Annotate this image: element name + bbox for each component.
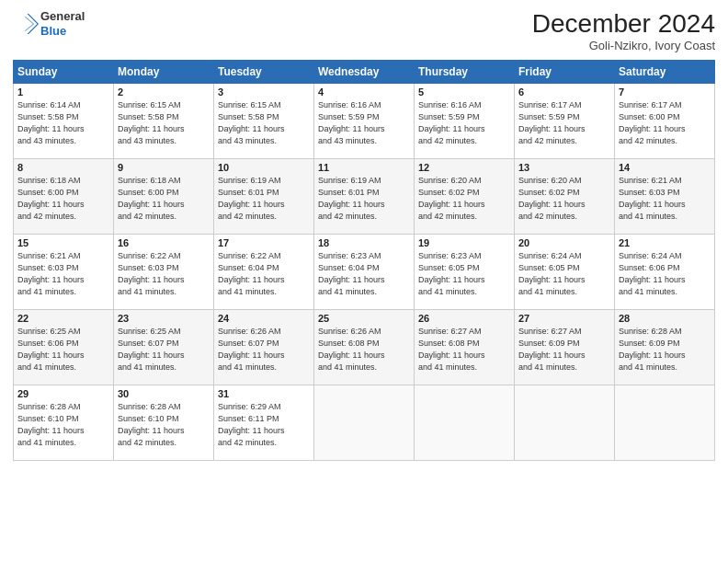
logo-text: General Blue: [40, 9, 85, 38]
day-number: 31: [218, 388, 310, 399]
day-number: 30: [118, 388, 210, 399]
day-info: Sunrise: 6:19 AM Sunset: 6:01 PM Dayligh…: [318, 175, 410, 223]
day-number: 22: [17, 313, 109, 324]
week-row-1: 1Sunrise: 6:14 AM Sunset: 5:58 PM Daylig…: [14, 84, 715, 159]
day-cell-30: 30Sunrise: 6:28 AM Sunset: 6:10 PM Dayli…: [114, 385, 214, 461]
day-number: 27: [518, 313, 610, 324]
day-number: 5: [418, 86, 510, 98]
empty-cell: [515, 385, 615, 461]
day-info: Sunrise: 6:21 AM Sunset: 6:03 PM Dayligh…: [17, 250, 109, 298]
day-info: Sunrise: 6:28 AM Sunset: 6:09 PM Dayligh…: [619, 326, 711, 373]
day-info: Sunrise: 6:23 AM Sunset: 6:05 PM Dayligh…: [418, 250, 510, 298]
title-block: December 2024 Goli-Nzikro, Ivory Coast: [532, 9, 715, 52]
header-saturday: Saturday: [615, 61, 715, 84]
day-info: Sunrise: 6:17 AM Sunset: 6:00 PM Dayligh…: [619, 99, 711, 147]
day-cell-22: 22Sunrise: 6:25 AM Sunset: 6:06 PM Dayli…: [14, 310, 114, 385]
day-number: 8: [17, 162, 109, 173]
day-number: 6: [518, 86, 610, 98]
day-number: 17: [218, 237, 310, 248]
location: Goli-Nzikro, Ivory Coast: [532, 39, 715, 52]
day-info: Sunrise: 6:26 AM Sunset: 6:07 PM Dayligh…: [218, 326, 310, 373]
day-number: 25: [318, 313, 410, 324]
day-info: Sunrise: 6:25 AM Sunset: 6:07 PM Dayligh…: [118, 326, 210, 373]
header-friday: Friday: [515, 61, 615, 84]
day-cell-4: 4Sunrise: 6:16 AM Sunset: 5:59 PM Daylig…: [314, 84, 415, 159]
day-cell-28: 28Sunrise: 6:28 AM Sunset: 6:09 PM Dayli…: [615, 310, 715, 385]
day-number: 13: [518, 162, 610, 173]
day-cell-16: 16Sunrise: 6:22 AM Sunset: 6:03 PM Dayli…: [114, 235, 214, 310]
day-info: Sunrise: 6:22 AM Sunset: 6:03 PM Dayligh…: [118, 250, 210, 298]
day-cell-21: 21Sunrise: 6:24 AM Sunset: 6:06 PM Dayli…: [615, 235, 715, 310]
day-cell-13: 13Sunrise: 6:20 AM Sunset: 6:02 PM Dayli…: [515, 159, 615, 235]
day-number: 18: [318, 237, 410, 248]
empty-cell: [615, 385, 715, 461]
day-number: 3: [218, 86, 310, 98]
day-number: 12: [418, 162, 510, 173]
day-cell-29: 29Sunrise: 6:28 AM Sunset: 6:10 PM Dayli…: [14, 385, 114, 461]
day-cell-17: 17Sunrise: 6:22 AM Sunset: 6:04 PM Dayli…: [214, 235, 314, 310]
day-info: Sunrise: 6:19 AM Sunset: 6:01 PM Dayligh…: [218, 175, 310, 223]
day-cell-24: 24Sunrise: 6:26 AM Sunset: 6:07 PM Dayli…: [214, 310, 314, 385]
header: General Blue December 2024 Goli-Nzikro, …: [13, 9, 715, 52]
day-info: Sunrise: 6:24 AM Sunset: 6:06 PM Dayligh…: [619, 250, 711, 298]
day-cell-14: 14Sunrise: 6:21 AM Sunset: 6:03 PM Dayli…: [615, 159, 715, 235]
day-info: Sunrise: 6:22 AM Sunset: 6:04 PM Dayligh…: [218, 250, 310, 298]
day-cell-5: 5Sunrise: 6:16 AM Sunset: 5:59 PM Daylig…: [415, 84, 515, 159]
day-info: Sunrise: 6:23 AM Sunset: 6:04 PM Dayligh…: [318, 250, 410, 298]
day-cell-19: 19Sunrise: 6:23 AM Sunset: 6:05 PM Dayli…: [415, 235, 515, 310]
week-row-5: 29Sunrise: 6:28 AM Sunset: 6:10 PM Dayli…: [14, 385, 715, 461]
day-cell-26: 26Sunrise: 6:27 AM Sunset: 6:08 PM Dayli…: [415, 310, 515, 385]
empty-cell: [314, 385, 415, 461]
day-info: Sunrise: 6:20 AM Sunset: 6:02 PM Dayligh…: [418, 175, 510, 223]
week-row-4: 22Sunrise: 6:25 AM Sunset: 6:06 PM Dayli…: [14, 310, 715, 385]
day-info: Sunrise: 6:29 AM Sunset: 6:11 PM Dayligh…: [218, 401, 310, 449]
header-wednesday: Wednesday: [314, 61, 415, 84]
day-info: Sunrise: 6:27 AM Sunset: 6:09 PM Dayligh…: [518, 326, 610, 373]
day-number: 28: [619, 313, 711, 324]
day-number: 26: [418, 313, 510, 324]
day-info: Sunrise: 6:16 AM Sunset: 5:59 PM Dayligh…: [318, 99, 410, 147]
day-cell-7: 7Sunrise: 6:17 AM Sunset: 6:00 PM Daylig…: [615, 84, 715, 159]
day-info: Sunrise: 6:16 AM Sunset: 5:59 PM Dayligh…: [418, 99, 510, 147]
day-number: 2: [118, 86, 210, 98]
logo-icon: [13, 11, 39, 37]
day-cell-15: 15Sunrise: 6:21 AM Sunset: 6:03 PM Dayli…: [14, 235, 114, 310]
day-number: 24: [218, 313, 310, 324]
header-sunday: Sunday: [14, 61, 114, 84]
day-info: Sunrise: 6:20 AM Sunset: 6:02 PM Dayligh…: [518, 175, 610, 223]
day-number: 21: [619, 237, 711, 248]
calendar-header-row: SundayMondayTuesdayWednesdayThursdayFrid…: [14, 61, 715, 84]
empty-cell: [415, 385, 515, 461]
day-info: Sunrise: 6:26 AM Sunset: 6:08 PM Dayligh…: [318, 326, 410, 373]
week-row-3: 15Sunrise: 6:21 AM Sunset: 6:03 PM Dayli…: [14, 235, 715, 310]
day-cell-6: 6Sunrise: 6:17 AM Sunset: 5:59 PM Daylig…: [515, 84, 615, 159]
day-cell-20: 20Sunrise: 6:24 AM Sunset: 6:05 PM Dayli…: [515, 235, 615, 310]
day-number: 7: [619, 86, 711, 98]
day-info: Sunrise: 6:14 AM Sunset: 5:58 PM Dayligh…: [17, 99, 109, 147]
header-monday: Monday: [114, 61, 214, 84]
page: General Blue December 2024 Goli-Nzikro, …: [0, 0, 728, 563]
day-info: Sunrise: 6:28 AM Sunset: 6:10 PM Dayligh…: [118, 401, 210, 449]
day-cell-8: 8Sunrise: 6:18 AM Sunset: 6:00 PM Daylig…: [14, 159, 114, 235]
day-info: Sunrise: 6:27 AM Sunset: 6:08 PM Dayligh…: [418, 326, 510, 373]
day-number: 15: [17, 237, 109, 248]
day-cell-12: 12Sunrise: 6:20 AM Sunset: 6:02 PM Dayli…: [415, 159, 515, 235]
day-cell-3: 3Sunrise: 6:15 AM Sunset: 5:58 PM Daylig…: [214, 84, 314, 159]
week-row-2: 8Sunrise: 6:18 AM Sunset: 6:00 PM Daylig…: [14, 159, 715, 235]
day-number: 19: [418, 237, 510, 248]
day-info: Sunrise: 6:15 AM Sunset: 5:58 PM Dayligh…: [218, 99, 310, 147]
month-title: December 2024: [532, 9, 715, 39]
day-number: 14: [619, 162, 711, 173]
day-number: 16: [118, 237, 210, 248]
day-cell-27: 27Sunrise: 6:27 AM Sunset: 6:09 PM Dayli…: [515, 310, 615, 385]
day-cell-2: 2Sunrise: 6:15 AM Sunset: 5:58 PM Daylig…: [114, 84, 214, 159]
header-tuesday: Tuesday: [214, 61, 314, 84]
day-number: 4: [318, 86, 410, 98]
day-number: 29: [17, 388, 109, 399]
logo-general: General: [40, 9, 85, 24]
header-thursday: Thursday: [415, 61, 515, 84]
day-info: Sunrise: 6:21 AM Sunset: 6:03 PM Dayligh…: [619, 175, 711, 223]
day-number: 11: [318, 162, 410, 173]
day-number: 20: [518, 237, 610, 248]
day-info: Sunrise: 6:17 AM Sunset: 5:59 PM Dayligh…: [518, 99, 610, 147]
